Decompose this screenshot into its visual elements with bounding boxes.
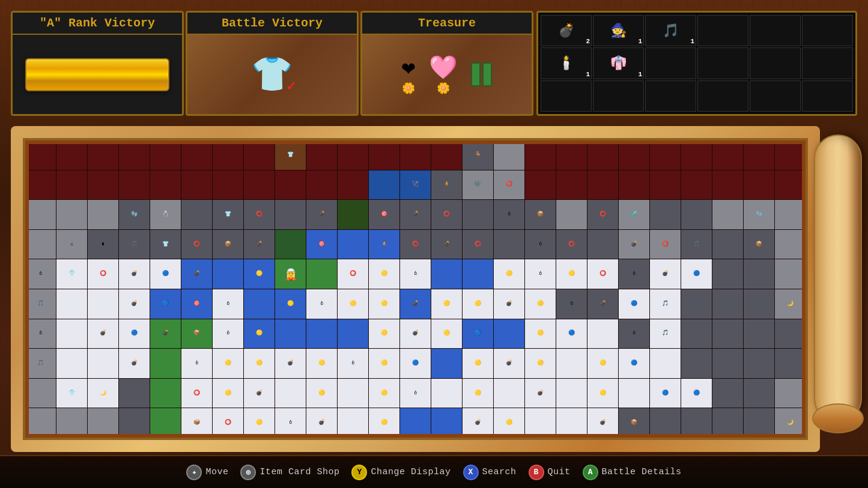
cell-r6c8 bbox=[244, 289, 275, 319]
cell-r10c5 bbox=[150, 408, 181, 438]
cell-r9c25 bbox=[775, 379, 806, 408]
cell-r1c25 bbox=[775, 140, 806, 170]
cell-r8c1: 🎵 bbox=[25, 349, 56, 378]
ring-icon-15: ⭕ bbox=[225, 420, 231, 426]
cell-r1c17 bbox=[525, 140, 556, 170]
blue-ball-icon-7: 🔵 bbox=[568, 331, 575, 336]
bow-icon: 🏹 bbox=[412, 182, 419, 187]
character-icon: 🧙 bbox=[610, 23, 627, 39]
cell-r3c25 bbox=[775, 200, 806, 229]
candle-icon-12: 🕯 bbox=[225, 331, 231, 336]
inv-slot-16 bbox=[697, 80, 748, 112]
cell-r2c10 bbox=[306, 170, 337, 200]
cell-r10c3 bbox=[88, 408, 118, 438]
cell-r5c10 bbox=[306, 259, 337, 289]
cell-r10c6: 📦 bbox=[181, 408, 212, 438]
shirt-icon-4: 👕 bbox=[68, 271, 75, 277]
cell-r5c12: 🟡 bbox=[369, 259, 399, 289]
cell-r3c15 bbox=[463, 200, 493, 229]
cell-r2c7 bbox=[213, 170, 243, 200]
gold-icon-10: 🟡 bbox=[537, 301, 544, 307]
blue-ball-icon-8: 🔵 bbox=[412, 361, 419, 366]
rank-tab-content bbox=[13, 35, 182, 114]
shirt-icon-3: 👕 bbox=[162, 242, 169, 247]
cell-r3c12: 🎯 bbox=[369, 200, 399, 229]
control-battle-details-label: Battle Details bbox=[602, 467, 682, 477]
inv-slot-13 bbox=[541, 80, 592, 112]
control-battle-details: A Battle Details bbox=[583, 465, 682, 480]
ring-icon-13: ⭕ bbox=[599, 271, 606, 277]
plus-button-icon: ⊕ bbox=[240, 465, 256, 480]
cell-r1c22 bbox=[681, 140, 712, 170]
ring-icon-12: ⭕ bbox=[350, 271, 356, 277]
cell-r9c6: ⭕ bbox=[181, 379, 212, 408]
cell-r1c11 bbox=[338, 140, 368, 170]
rank-tab: "A" Rank Victory bbox=[11, 11, 184, 116]
gold-bar bbox=[25, 58, 169, 91]
victory-tab-title: Battle Victory bbox=[187, 13, 357, 35]
table-icon: 🪑 bbox=[475, 152, 481, 158]
lyre-icon-5: 🎵 bbox=[662, 301, 669, 307]
chest-icon: 📦 bbox=[225, 242, 231, 247]
cell-r8c5 bbox=[150, 349, 181, 378]
glove-icon: 🧤 bbox=[131, 212, 138, 217]
cell-r2c19 bbox=[587, 170, 618, 200]
ring-icon-2: 💍 bbox=[162, 212, 169, 217]
cell-r9c14 bbox=[431, 379, 462, 408]
inv-slot-8: 👘 1 bbox=[593, 47, 644, 79]
inv-slot-2: 🧙 1 bbox=[593, 15, 644, 46]
cell-r8c6: 🕯 bbox=[181, 349, 212, 378]
candle-icon-7: 🕯 bbox=[631, 271, 637, 277]
cell-r10c10: 💣 bbox=[306, 408, 337, 438]
map-container: 👕 🪑 bbox=[11, 126, 820, 452]
cell-r1c2 bbox=[56, 140, 87, 170]
cell-r7c21: 🎵 bbox=[650, 319, 681, 349]
cell-r9c10: 🟡 bbox=[306, 379, 337, 408]
blue-ball-icon-4: 🔵 bbox=[631, 301, 637, 307]
control-item-card-label: Item Card Shop bbox=[259, 467, 339, 477]
cell-r1c24 bbox=[744, 140, 774, 170]
cell-r2c16: ⭕ bbox=[494, 170, 524, 200]
cell-r8c25 bbox=[775, 349, 806, 378]
cell-r8c14 bbox=[431, 349, 462, 378]
chest-icon-2: 📦 bbox=[756, 242, 762, 247]
cell-r5c2: 👕 bbox=[56, 259, 87, 289]
cell-r9c1 bbox=[25, 379, 56, 408]
gold-icon-8: 🟡 bbox=[443, 301, 450, 307]
cell-r2c23 bbox=[712, 170, 743, 200]
cell-r8c15: 🟡 bbox=[463, 349, 493, 378]
cell-r8c10: 🟡 bbox=[306, 349, 337, 378]
pants-right bbox=[482, 62, 492, 86]
gold-icon-25: 🟡 bbox=[475, 391, 481, 396]
treasure-tab-content: ❤️ 🌼 🩷 🌼 bbox=[362, 35, 532, 114]
candle-icon-6: 🕯 bbox=[538, 271, 543, 277]
cell-r1c19 bbox=[587, 140, 618, 170]
lyre-icon: 🎼 bbox=[475, 182, 481, 187]
bomb-icon-12: 💣 bbox=[506, 301, 512, 307]
cell-r10c23 bbox=[712, 408, 743, 438]
cell-r1c15: 🪑 bbox=[463, 140, 493, 170]
gold-icon-24: 🟡 bbox=[381, 391, 387, 396]
scroll-decoration bbox=[808, 102, 868, 455]
cell-r6c6: 🎯 bbox=[181, 289, 212, 319]
cell-r2c3 bbox=[88, 170, 118, 200]
potion-icon: 🧪 bbox=[631, 212, 637, 217]
blue-ball-icon-6: 🔵 bbox=[475, 331, 481, 336]
cell-r7c12: 🟡 bbox=[369, 319, 399, 349]
cell-r6c5: 🔵 bbox=[150, 289, 181, 319]
cell-r4c4: 🎵 bbox=[119, 230, 150, 259]
cell-r1c13 bbox=[400, 140, 431, 170]
scroll-bottom bbox=[812, 403, 864, 433]
cell-r2c9 bbox=[275, 170, 306, 200]
bomb-icon-18: 💣 bbox=[287, 361, 294, 366]
cell-r9c5 bbox=[150, 379, 181, 408]
cell-r4c17: 🕯 bbox=[525, 230, 556, 259]
bomb-icon-14: 💣 bbox=[100, 331, 106, 336]
cell-r7c20: 🕯 bbox=[619, 319, 649, 349]
cell-r6c10: 🕯 bbox=[306, 289, 337, 319]
crescent-icon-3: 🌙 bbox=[787, 420, 794, 426]
control-quit: B Quit bbox=[529, 465, 571, 480]
cell-r9c22: 🔵 bbox=[681, 379, 712, 408]
cell-r10c25: 🌙 bbox=[775, 408, 806, 438]
cell-r5c9: 🧝 bbox=[275, 259, 306, 289]
